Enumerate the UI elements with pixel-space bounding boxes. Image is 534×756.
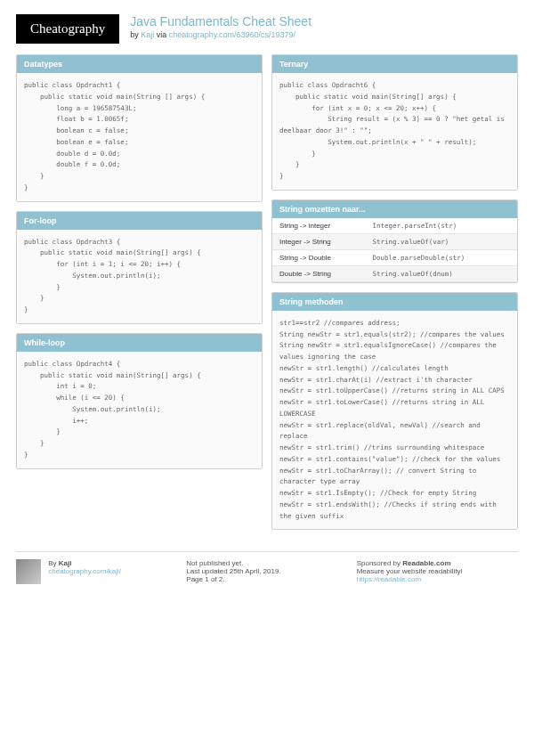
block-head: Ternary <box>272 55 517 73</box>
block-head: String methoden <box>272 293 517 311</box>
code-body: public class Opdracht3 { public static v… <box>17 230 262 323</box>
code-body: str1==str2 //compares address; String ne… <box>272 311 517 530</box>
cell-code: String.valueOf(var) <box>366 233 518 249</box>
cell-from: String -> Double <box>272 249 366 265</box>
cell-code: Integer.parseInt(str) <box>366 218 518 234</box>
conversion-table: String -> integerInteger.parseInt(str)In… <box>272 218 517 282</box>
source-link[interactable]: cheatography.com/63960/cs/19379/ <box>169 30 295 39</box>
byline: by Kaji via cheatography.com/63960/cs/19… <box>130 30 312 39</box>
cell-code: Double.parseDouble(str) <box>366 249 518 265</box>
block-head: String omzetten naar... <box>272 200 517 218</box>
code-body: public class Opdracht6 { public static v… <box>272 73 517 190</box>
block: For-looppublic class Opdracht3 { public … <box>16 211 263 324</box>
avatar <box>16 559 41 584</box>
author-link[interactable]: Kaji <box>141 30 154 39</box>
block: Datatypespublic class Opdracht1 { public… <box>16 54 263 202</box>
code-body: public class Opdracht1 { public static v… <box>17 73 262 201</box>
sponsor-link[interactable]: https://readable.com <box>357 575 421 583</box>
cell-from: Integer -> String <box>272 233 366 249</box>
table-row: Double -> StringString.valueOf(dnum) <box>272 265 517 281</box>
table-row: String -> DoubleDouble.parseDouble(str) <box>272 249 517 265</box>
logo: Cheatography <box>16 14 119 44</box>
block-convert: String omzetten naar... String -> intege… <box>271 199 518 283</box>
block-methods: String methoden str1==str2 //compares ad… <box>271 292 518 531</box>
footer: By Kaji cheatography.com/kaji/ Not publi… <box>16 559 518 584</box>
header: Cheatography Java Fundamentals Cheat She… <box>16 14 518 44</box>
table-row: Integer -> StringString.valueOf(var) <box>272 233 517 249</box>
block-head: Datatypes <box>17 55 262 73</box>
page-title: Java Fundamentals Cheat Sheet <box>130 14 312 28</box>
divider <box>16 551 518 552</box>
block-head: For-loop <box>17 212 262 230</box>
cell-from: String -> integer <box>272 218 366 234</box>
table-row: String -> integerInteger.parseInt(str) <box>272 218 517 234</box>
code-body: public class Opdracht4 { public static v… <box>17 352 262 468</box>
block-head: While-loop <box>17 334 262 352</box>
block: While-looppublic class Opdracht4 { publi… <box>16 333 263 469</box>
block-ternary: Ternary public class Opdracht6 { public … <box>271 54 518 191</box>
cell-code: String.valueOf(dnum) <box>366 265 518 281</box>
author-profile-link[interactable]: cheatography.com/kaji/ <box>48 567 121 575</box>
cell-from: Double -> String <box>272 265 366 281</box>
